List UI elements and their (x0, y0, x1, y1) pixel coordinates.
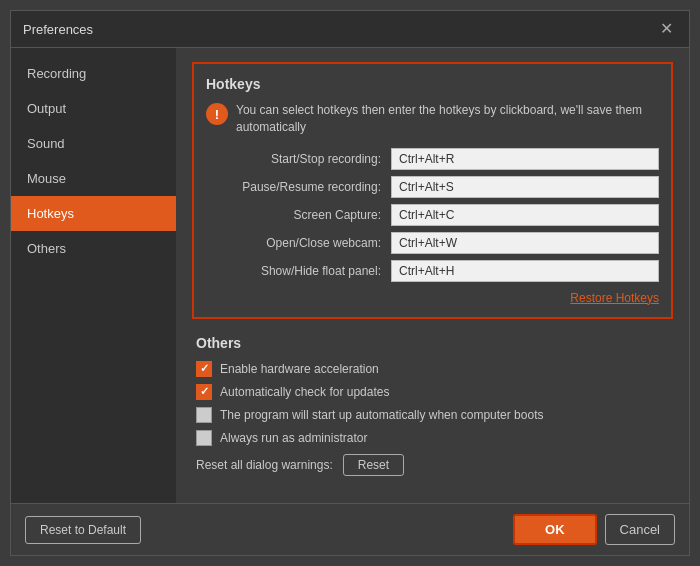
hotkey-label-webcam: Open/Close webcam: (206, 236, 391, 250)
checkbox-row-hardware: ✓ Enable hardware acceleration (196, 361, 669, 377)
dialog-title: Preferences (23, 22, 93, 37)
others-title: Others (196, 335, 669, 351)
sidebar-item-recording[interactable]: Recording (11, 56, 176, 91)
checkmark-hardware: ✓ (200, 362, 209, 375)
hotkey-label-float-panel: Show/Hide float panel: (206, 264, 391, 278)
others-section: Others ✓ Enable hardware acceleration ✓ … (192, 335, 673, 476)
checkbox-label-admin: Always run as administrator (220, 431, 367, 445)
footer-right: OK Cancel (513, 514, 675, 545)
hotkey-input-pause-resume[interactable] (391, 176, 659, 198)
sidebar-item-sound[interactable]: Sound (11, 126, 176, 161)
hotkey-row-float-panel: Show/Hide float panel: (206, 260, 659, 282)
reset-row-label: Reset all dialog warnings: (196, 458, 333, 472)
hotkey-label-pause-resume: Pause/Resume recording: (206, 180, 391, 194)
hotkey-input-start-stop[interactable] (391, 148, 659, 170)
footer: Reset to Default OK Cancel (11, 503, 689, 555)
hotkey-input-webcam[interactable] (391, 232, 659, 254)
sidebar-item-others[interactable]: Others (11, 231, 176, 266)
reset-default-button[interactable]: Reset to Default (25, 516, 141, 544)
restore-hotkeys-button[interactable]: Restore Hotkeys (570, 291, 659, 305)
warning-icon: ! (206, 103, 228, 125)
content-area: Recording Output Sound Mouse Hotkeys Oth… (11, 48, 689, 503)
hotkey-row-screen-capture: Screen Capture: (206, 204, 659, 226)
checkbox-row-admin: Always run as administrator (196, 430, 669, 446)
close-button[interactable]: ✕ (656, 19, 677, 39)
restore-link: Restore Hotkeys (206, 290, 659, 305)
checkbox-row-startup: The program will start up automatically … (196, 407, 669, 423)
hotkey-input-float-panel[interactable] (391, 260, 659, 282)
hotkey-label-screen-capture: Screen Capture: (206, 208, 391, 222)
reset-row: Reset all dialog warnings: Reset (196, 454, 669, 476)
main-content: Hotkeys ! You can select hotkeys then en… (176, 48, 689, 503)
checkbox-label-hardware: Enable hardware acceleration (220, 362, 379, 376)
sidebar-item-output[interactable]: Output (11, 91, 176, 126)
sidebar-item-hotkeys[interactable]: Hotkeys (11, 196, 176, 231)
checkmark-updates: ✓ (200, 385, 209, 398)
hotkey-input-screen-capture[interactable] (391, 204, 659, 226)
checkbox-label-startup: The program will start up automatically … (220, 408, 543, 422)
sidebar-item-mouse[interactable]: Mouse (11, 161, 176, 196)
hotkey-label-start-stop: Start/Stop recording: (206, 152, 391, 166)
info-text: You can select hotkeys then enter the ho… (236, 102, 659, 136)
sidebar: Recording Output Sound Mouse Hotkeys Oth… (11, 48, 176, 503)
checkbox-updates[interactable]: ✓ (196, 384, 212, 400)
preferences-dialog: Preferences ✕ Recording Output Sound Mou… (10, 10, 690, 556)
checkbox-row-updates: ✓ Automatically check for updates (196, 384, 669, 400)
checkbox-hardware[interactable]: ✓ (196, 361, 212, 377)
checkbox-admin[interactable] (196, 430, 212, 446)
reset-dialog-button[interactable]: Reset (343, 454, 404, 476)
hotkeys-title: Hotkeys (206, 76, 659, 92)
hotkey-row-webcam: Open/Close webcam: (206, 232, 659, 254)
hotkeys-section: Hotkeys ! You can select hotkeys then en… (192, 62, 673, 319)
ok-button[interactable]: OK (513, 514, 597, 545)
hotkey-row-pause-resume: Pause/Resume recording: (206, 176, 659, 198)
info-box: ! You can select hotkeys then enter the … (206, 102, 659, 136)
hotkey-row-start-stop: Start/Stop recording: (206, 148, 659, 170)
checkbox-label-updates: Automatically check for updates (220, 385, 389, 399)
cancel-button[interactable]: Cancel (605, 514, 675, 545)
title-bar: Preferences ✕ (11, 11, 689, 48)
checkbox-startup[interactable] (196, 407, 212, 423)
